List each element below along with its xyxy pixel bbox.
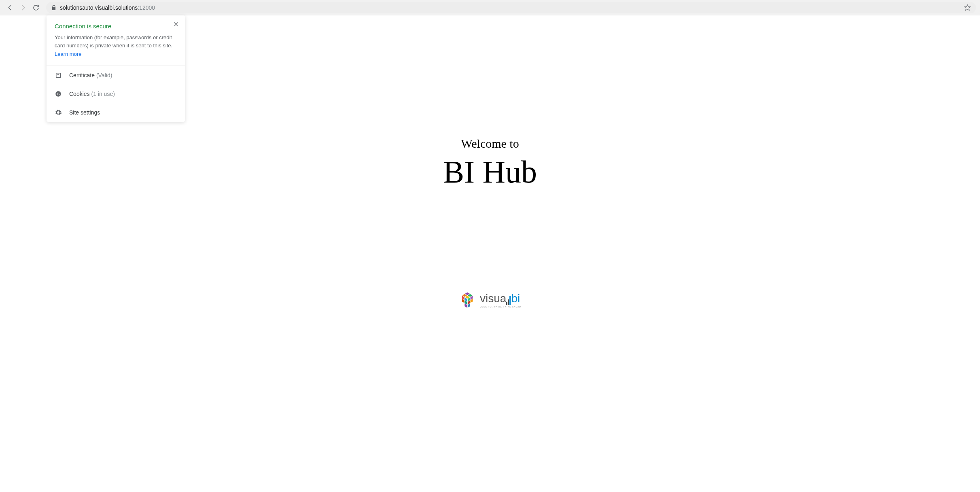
url-text: solutionsauto.visualbi.solutions:12000 <box>60 4 961 11</box>
logo: visuabi LOOK FORWARD. THINK AHEAD <box>459 291 521 308</box>
certificate-icon <box>55 72 62 79</box>
welcome-text: Welcome to <box>461 137 519 151</box>
reload-button[interactable] <box>32 4 40 11</box>
lock-icon[interactable] <box>51 5 57 11</box>
url-host: solutionsauto.visualbi.solutions <box>60 4 138 11</box>
logo-tagline: LOOK FORWARD. THINK AHEAD <box>480 305 521 308</box>
close-button[interactable] <box>173 21 179 28</box>
popup-title: Connection is secure <box>55 23 177 30</box>
svg-point-4 <box>59 94 59 95</box>
svg-point-2 <box>59 93 59 93</box>
cube-logo-icon <box>459 291 476 308</box>
nav-buttons <box>4 4 42 11</box>
logo-text-wrap: visuabi LOOK FORWARD. THINK AHEAD <box>480 292 521 308</box>
logo-text: visuabi <box>480 292 521 305</box>
svg-point-1 <box>57 93 58 94</box>
cookies-label: Cookies (1 in use) <box>69 91 115 97</box>
site-settings-item[interactable]: Site settings <box>47 103 185 122</box>
bars-icon <box>506 296 511 305</box>
svg-point-0 <box>55 91 61 97</box>
product-title: BI Hub <box>443 154 537 190</box>
site-info-popup: Connection is secure Your information (f… <box>47 15 185 122</box>
svg-point-3 <box>57 94 58 95</box>
popup-header: Connection is secure Your information (f… <box>47 15 185 66</box>
cookie-icon <box>55 90 62 98</box>
cookies-item[interactable]: Cookies (1 in use) <box>47 85 185 103</box>
forward-button[interactable] <box>19 4 27 11</box>
popup-description: Your information (for example, passwords… <box>55 34 177 49</box>
certificate-label: Certificate (Valid) <box>69 72 112 78</box>
learn-more-link[interactable]: Learn more <box>55 51 81 57</box>
certificate-item[interactable]: Certificate (Valid) <box>47 66 185 85</box>
gear-icon <box>55 109 62 116</box>
back-button[interactable] <box>6 4 14 11</box>
bookmark-star-icon[interactable] <box>964 4 971 11</box>
browser-toolbar: solutionsauto.visualbi.solutions:12000 <box>0 0 980 15</box>
address-bar[interactable]: solutionsauto.visualbi.solutions:12000 <box>46 2 976 13</box>
site-settings-label: Site settings <box>69 109 100 116</box>
url-port: :12000 <box>138 4 155 11</box>
